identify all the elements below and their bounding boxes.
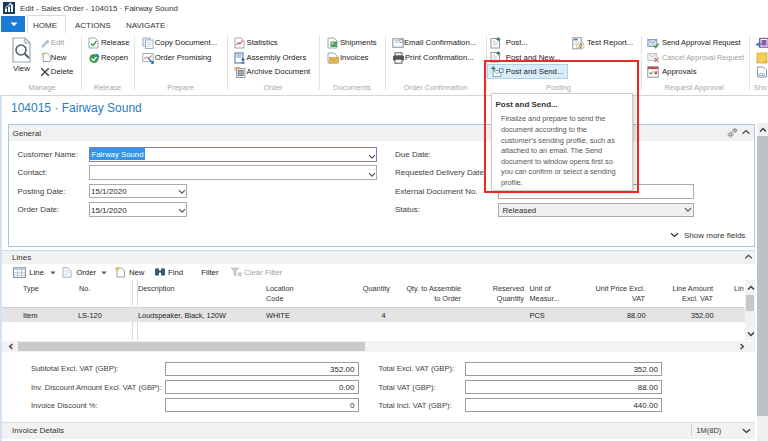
svg-text:co: co — [758, 71, 765, 77]
